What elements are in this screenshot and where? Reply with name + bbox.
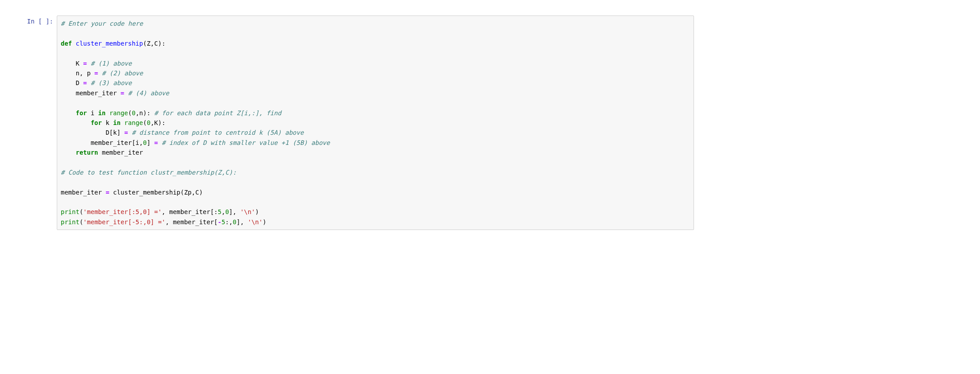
fn-name: cluster_membership <box>76 40 143 47</box>
input-prompt: In [ ]: <box>11 16 53 27</box>
code-input-area[interactable]: # Enter your code here def cluster_membe… <box>57 16 694 230</box>
prompt-label: In [ ]: <box>27 18 53 25</box>
kw-def: def <box>61 40 72 47</box>
notebook-cell-container: In [ ]: # Enter your code here def clust… <box>0 0 980 245</box>
code-editor[interactable]: # Enter your code here def cluster_membe… <box>57 16 694 230</box>
code-comment: # Code to test function clustr_membershi… <box>61 169 236 176</box>
code-cell: In [ ]: # Enter your code here def clust… <box>9 13 696 232</box>
code-comment: # Enter your code here <box>61 20 143 27</box>
